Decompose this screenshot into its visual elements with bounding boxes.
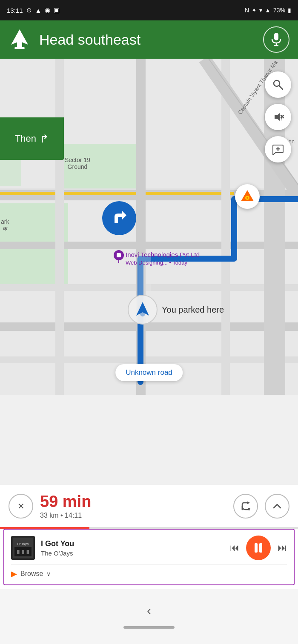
svg-rect-3	[274, 33, 278, 40]
expand-button[interactable]	[265, 494, 289, 519]
status-bar: 13:11 ⊙ ▲ ◉ ▣ N ✦ ▾ ▲ 73% ▮	[0, 0, 298, 20]
svg-rect-17	[55, 59, 64, 395]
search-button[interactable]	[265, 71, 291, 98]
sector-19-label: Sector 19Ground	[65, 157, 90, 170]
add-comment-button[interactable]	[265, 136, 291, 162]
time: 13:11	[7, 7, 23, 14]
route-meta: 33 km • 14:11	[40, 512, 226, 519]
song-artist: The O'Jays	[41, 550, 224, 557]
image-icon: ▣	[54, 6, 60, 14]
svg-rect-37	[117, 253, 121, 257]
alternate-routes-button[interactable]	[233, 494, 258, 519]
map-area[interactable]: Then ↱ Captain Viyant Thapar Ma Sector 1…	[0, 59, 298, 395]
next-track-button[interactable]: ⏭	[278, 542, 287, 553]
route-arrival: 14:11	[65, 512, 82, 519]
cast-icon: ◉	[45, 6, 50, 14]
browse-row[interactable]: ▶ Browse ∨	[11, 564, 287, 578]
route-details: 59 min 33 km • 14:11	[40, 493, 226, 519]
map-buttons: !	[265, 71, 291, 162]
svg-marker-27	[275, 113, 280, 121]
svg-rect-1	[17, 41, 22, 48]
sound-button[interactable]: !	[265, 104, 291, 130]
svg-text:!: !	[281, 116, 282, 122]
mic-button[interactable]	[263, 26, 289, 53]
browse-label[interactable]: Browse	[20, 570, 43, 578]
battery-percent: 73%	[273, 7, 285, 14]
svg-rect-47	[255, 543, 258, 553]
song-title: I Got You	[41, 539, 224, 548]
nfc-icon: N	[245, 7, 249, 14]
svg-rect-16	[0, 356, 298, 363]
park-label: arkक	[1, 218, 9, 232]
bottom-panel: ✕ 59 min 33 km • 14:11	[0, 485, 298, 589]
park-text: arkक	[1, 218, 9, 232]
parked-here-indicator: You parked here	[128, 295, 224, 325]
svg-line-26	[279, 85, 283, 89]
browse-chevron-icon: ∨	[46, 570, 51, 577]
location-icon: ⊙	[26, 6, 32, 14]
unknown-road-label: Unknown road	[115, 364, 183, 381]
poi-label: Inovi Technologies Pvt Ltd Web Designing…	[126, 250, 200, 267]
navigation-icon: ▲	[35, 7, 42, 14]
previous-track-button[interactable]: ⏮	[230, 542, 239, 553]
route-separator: •	[60, 512, 65, 519]
svg-rect-12	[0, 192, 234, 195]
svg-rect-2	[14, 47, 25, 49]
music-top-row: O'Jays ▐▌▐▌▐▌ I Got You The O'Jays ⏮ ⏭	[11, 536, 287, 560]
area-label: Sector 19Ground	[65, 157, 90, 170]
then-label: Then	[15, 133, 36, 144]
svg-text:▐▌▐▌▐▌: ▐▌▐▌▐▌	[16, 550, 30, 554]
wifi-icon: ▾	[259, 7, 262, 14]
svg-point-39	[140, 311, 145, 316]
status-right: N ✦ ▾ ▲ 73% ▮	[245, 7, 291, 14]
youtube-music-icon: ▶	[11, 569, 17, 578]
then-panel: Then ↱	[0, 117, 64, 160]
back-button[interactable]: ‹	[147, 604, 151, 618]
svg-rect-13	[0, 242, 298, 249]
music-player: O'Jays ▐▌▐▌▐▌ I Got You The O'Jays ⏮ ⏭	[3, 529, 295, 585]
pause-button[interactable]	[246, 536, 271, 560]
battery-icon: ▮	[288, 7, 291, 14]
home-indicator[interactable]	[123, 626, 175, 629]
music-controls: ⏮ ⏭	[230, 536, 287, 560]
home-bar: ‹	[0, 589, 298, 644]
then-arrow-icon: ↱	[40, 132, 49, 145]
parked-text: You parked here	[162, 305, 224, 315]
svg-rect-19	[221, 59, 230, 395]
nav-instruction: Head southeast	[39, 31, 255, 48]
album-art: O'Jays ▐▌▐▌▐▌	[11, 536, 35, 560]
song-info: I Got You The O'Jays	[41, 539, 224, 557]
close-navigation-button[interactable]: ✕	[9, 494, 33, 519]
poi-marker	[113, 249, 125, 265]
turn-direction-indicator	[102, 201, 136, 235]
svg-text:O'Jays: O'Jays	[17, 542, 29, 546]
svg-rect-48	[259, 543, 262, 553]
bluetooth-icon: ✦	[252, 7, 257, 14]
poi-subtext: Web Designing... • Today	[126, 259, 200, 267]
delivery-icon[interactable]	[235, 184, 260, 209]
signal-icon: ▲	[265, 7, 271, 14]
progress-fill	[0, 527, 89, 529]
poi-name: Inovi Technologies Pvt Ltd	[126, 250, 200, 259]
status-left: 13:11 ⊙ ▲ ◉ ▣	[7, 6, 60, 14]
svg-point-35	[246, 197, 248, 199]
route-distance: 33 km	[40, 512, 59, 519]
progress-bar	[0, 527, 298, 529]
parked-marker	[128, 295, 158, 325]
nav-direction-arrow	[9, 28, 31, 51]
svg-marker-40	[247, 502, 250, 504]
route-time: 59 min	[40, 493, 226, 511]
route-info-bar: ✕ 59 min 33 km • 14:11	[0, 485, 298, 527]
nav-header: Head southeast	[0, 20, 298, 59]
